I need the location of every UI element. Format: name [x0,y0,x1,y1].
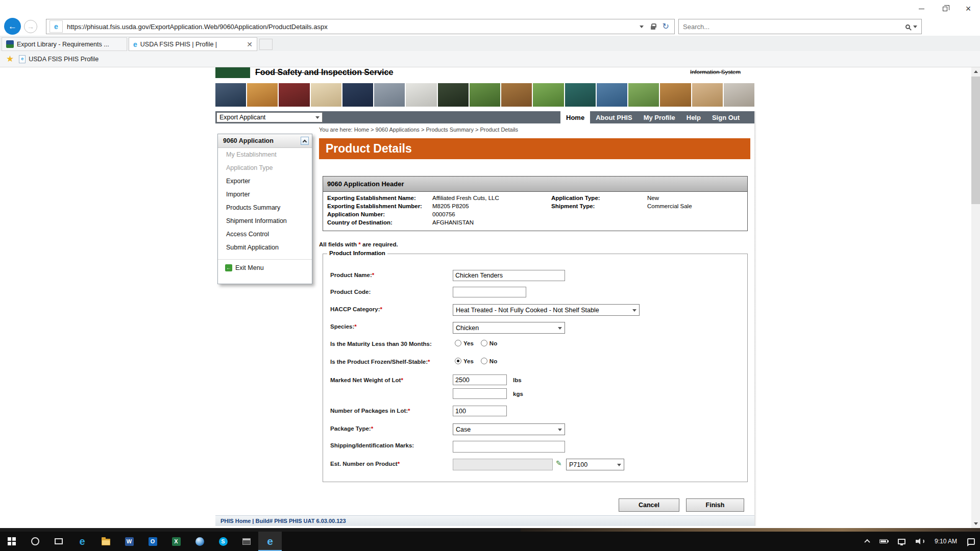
file-explorer-button[interactable] [94,532,117,551]
folder-icon [102,539,110,545]
tab-bar: Export Library - Requirements ... e USDA… [0,36,980,51]
refresh-icon[interactable]: ↻ [663,22,669,31]
forward-button[interactable]: → [24,20,37,33]
edge-icon: e [79,536,85,546]
favorite-item[interactable]: e USDA FSIS PHIS Profile [19,55,99,63]
product-name-input[interactable] [453,270,565,281]
excel-button[interactable]: X [164,532,188,551]
address-dropdown-icon[interactable] [640,26,644,28]
cortana-button[interactable] [23,532,47,551]
globe-app-button[interactable] [188,532,211,551]
chevron-down-icon [617,464,621,466]
field-label: Exporting Establishment Number: [327,203,432,209]
battery-tray-button[interactable] [874,532,893,551]
search-input[interactable] [683,23,905,31]
breadcrumb-9060-applications[interactable]: 9060 Applications [376,127,420,133]
maturity-radio-group: Yes No [455,340,497,346]
forward-arrow-icon: → [27,22,34,31]
sidebar-item-submit-application[interactable]: Submit Application [218,241,312,254]
display-tray-button[interactable] [893,532,911,551]
scrollbar-thumb[interactable] [971,77,980,204]
nav-help[interactable]: Help [681,111,706,123]
breadcrumb-products-summary[interactable]: Products Summary [426,127,474,133]
application-header-box: 9060 Application Header Exporting Establ… [323,176,748,231]
tray-expand-button[interactable] [860,532,874,551]
maturity-yes-radio[interactable] [455,340,461,346]
tab-close-icon[interactable]: ✕ [247,41,253,48]
page-title: Product Details [319,138,750,159]
maturity-no-radio[interactable] [481,340,487,346]
collapse-button[interactable] [301,137,309,145]
net-weight-lbs-input[interactable] [453,374,507,385]
field-label: Exporting Establishment Name: [327,195,432,201]
product-code-label: Product Code: [330,289,371,295]
cancel-button[interactable]: Cancel [619,498,679,512]
field-label: Country of Destination: [327,219,432,226]
est-number-select[interactable]: P7100 [566,459,624,470]
display-icon [898,539,905,544]
chevron-down-icon [558,429,562,431]
haccp-category-select[interactable]: Heat Treated - Not Fully Cooked - Not Sh… [453,304,640,316]
skype-button[interactable]: S [211,532,235,551]
search-box[interactable] [678,19,922,34]
field-value: AFGHANISTAN [432,219,474,226]
vertical-scrollbar[interactable] [971,67,980,528]
url-text: https://phisuat.fsis.usda.gov/ExportAppl… [67,23,640,31]
sidebar-item-products-summary[interactable]: Products Summary [218,201,312,214]
frozen-no-radio[interactable] [481,358,487,364]
app-window-button[interactable] [235,532,258,551]
role-selector[interactable]: Export Applicant [216,112,323,122]
minimize-button[interactable] [910,0,933,17]
outlook-icon: O [149,537,157,546]
species-select[interactable]: Chicken [453,322,565,334]
word-button[interactable]: W [117,532,141,551]
favorite-star-icon[interactable]: ★ [6,55,14,63]
volume-tray-button[interactable] [911,532,929,551]
skype-icon: S [219,537,228,546]
close-button[interactable]: × [957,0,980,17]
sidebar-item-exporter[interactable]: Exporter [218,174,312,188]
outlook-button[interactable]: O [141,532,164,551]
word-icon: W [125,537,134,546]
sidebar-item-access-control[interactable]: Access Control [218,228,312,241]
tab-export-library[interactable]: Export Library - Requirements ... [2,37,127,51]
sidebar-exit-menu[interactable]: ← Exit Menu [218,259,312,276]
desktop-wallpaper [0,528,980,532]
net-weight-kgs-input[interactable] [453,388,507,399]
field-label: Application Number: [327,211,432,217]
clock[interactable]: 9:10 AM [929,532,962,551]
packages-input[interactable] [453,406,507,416]
finish-button[interactable]: Finish [686,498,744,512]
edge-taskbar-button[interactable]: e [70,532,94,551]
sidebar-item-importer[interactable]: Importer [218,188,312,201]
phis-home-link[interactable]: PHIS Home [220,518,251,524]
action-center-button[interactable] [962,532,980,551]
nav-sign-out[interactable]: Sign Out [706,111,745,123]
address-bar[interactable]: e https://phisuat.fsis.usda.gov/ExportAp… [46,19,675,34]
nav-about-phis[interactable]: About PHIS [590,111,638,123]
taskbar: e W O X S e 9:10 AM [0,532,980,551]
edit-pencil-icon[interactable]: ✎ [556,460,562,467]
breadcrumb-home[interactable]: Home [354,127,369,133]
new-tab-button[interactable] [259,39,273,50]
nav-home[interactable]: Home [560,111,590,123]
sidebar-item-shipment-information[interactable]: Shipment Information [218,214,312,228]
kgs-unit-label: kgs [513,391,523,397]
net-weight-label: Marked Net Weight of Lot* [330,377,403,383]
internet-explorer-button[interactable]: e [258,532,282,551]
field-label: Shipment Type: [551,203,647,209]
shipping-marks-input[interactable] [453,441,565,453]
restore-button[interactable] [933,0,957,17]
start-button[interactable] [0,532,23,551]
task-view-button[interactable] [47,532,70,551]
tab-usda-fsis-phis[interactable]: e USDA FSIS PHIS | Profile | ✕ [129,37,257,51]
search-dropdown-icon[interactable] [913,26,917,28]
product-code-input[interactable] [453,287,526,297]
package-type-select[interactable]: Case [453,423,565,435]
search-icon[interactable] [905,24,910,29]
back-button[interactable]: ← [4,18,21,35]
scroll-up-button[interactable] [971,67,980,76]
frozen-yes-radio[interactable] [455,358,461,364]
nav-my-profile[interactable]: My Profile [638,111,681,123]
scroll-down-button[interactable] [971,519,980,528]
